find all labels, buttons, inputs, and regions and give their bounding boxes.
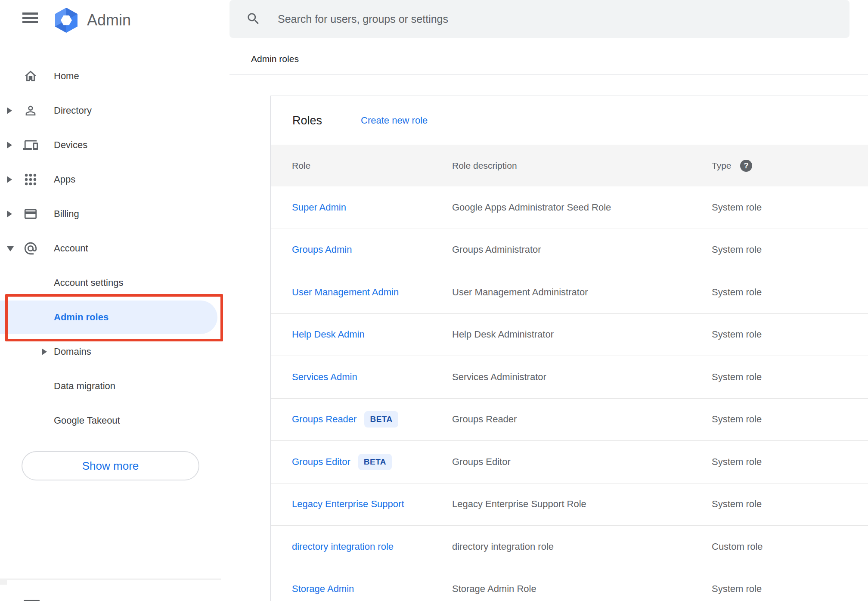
- role-type-cell: System role: [712, 583, 762, 595]
- role-link[interactable]: User Management Admin: [292, 287, 399, 298]
- chevron-right-icon[interactable]: [7, 176, 12, 183]
- role-row: Legacy Enterprise SupportLegacy Enterpri…: [271, 483, 868, 526]
- table-header: Role Role description Type ?: [271, 145, 868, 186]
- admin-logo-icon: [55, 8, 78, 33]
- sidebar-item-home[interactable]: Home: [0, 59, 228, 93]
- sidebar-nav: HomeDirectoryDevicesAppsBillingAccountAc…: [0, 59, 228, 438]
- role-row: Groups ReaderBETAGroups ReaderSystem rol…: [271, 399, 868, 441]
- role-link[interactable]: Super Admin: [292, 202, 346, 213]
- role-cell: Storage Admin: [292, 583, 354, 595]
- chevron-right-icon[interactable]: [42, 348, 47, 355]
- role-row: Storage AdminStorage Admin RoleSystem ro…: [271, 568, 868, 601]
- search-placeholder: Search for users, groups or settings: [278, 13, 448, 25]
- scrollbar-nub: [0, 580, 7, 585]
- role-row: Groups AdminGroups AdministratorSystem r…: [271, 229, 868, 272]
- home-icon: [23, 69, 38, 84]
- sidebar-item-label: Apps: [54, 174, 75, 185]
- column-header-role: Role: [292, 161, 310, 171]
- card-title: Roles: [292, 114, 322, 127]
- column-header-type: Type: [712, 161, 732, 171]
- sidebar-item-data-migration[interactable]: Data migration: [0, 369, 228, 403]
- role-row: Super AdminGoogle Apps Administrator See…: [271, 186, 868, 229]
- sidebar-item-admin-roles[interactable]: Admin roles: [0, 300, 228, 335]
- chevron-down-icon[interactable]: [7, 246, 14, 251]
- role-link[interactable]: Groups Editor: [292, 456, 350, 468]
- role-type-cell: System role: [712, 244, 762, 255]
- role-row: Groups EditorBETAGroups EditorSystem rol…: [271, 441, 868, 483]
- active-item-highlight: [0, 300, 217, 334]
- card-header: Roles Create new role: [271, 96, 868, 145]
- sidebar-item-domains[interactable]: Domains: [0, 335, 228, 369]
- beta-badge: BETA: [358, 454, 392, 470]
- beta-badge: BETA: [364, 411, 398, 428]
- help-icon[interactable]: ?: [740, 160, 752, 172]
- sidebar-item-google-takeout[interactable]: Google Takeout: [0, 403, 228, 438]
- role-link[interactable]: Help Desk Admin: [292, 329, 365, 340]
- role-description-cell: Services Administrator: [452, 372, 546, 383]
- role-cell: Groups ReaderBETA: [292, 411, 398, 428]
- brand-row: Admin: [0, 0, 228, 41]
- role-cell: Help Desk Admin: [292, 329, 365, 340]
- chevron-right-icon[interactable]: [7, 211, 12, 217]
- search-icon: [246, 11, 261, 26]
- sidebar-item-label: Account: [54, 243, 88, 254]
- sidebar-item-account[interactable]: Account: [0, 231, 228, 266]
- chevron-right-icon[interactable]: [7, 107, 12, 114]
- sidebar-item-label: Data migration: [54, 381, 115, 392]
- person-icon: [23, 103, 38, 118]
- role-cell: Groups EditorBETA: [292, 454, 392, 470]
- role-type-cell: System role: [712, 499, 762, 510]
- role-description-cell: Google Apps Administrator Seed Role: [452, 202, 611, 213]
- role-cell: User Management Admin: [292, 287, 399, 298]
- breadcrumb: Admin roles: [251, 54, 299, 64]
- devices-icon: [23, 138, 38, 152]
- sidebar-item-label: Directory: [54, 105, 92, 116]
- sidebar-item-label: Account settings: [54, 277, 123, 288]
- role-link[interactable]: Groups Reader: [292, 414, 356, 425]
- role-cell: Super Admin: [292, 202, 346, 213]
- role-type-cell: System role: [712, 456, 762, 468]
- menu-icon[interactable]: [22, 12, 38, 24]
- breadcrumb-divider: [229, 74, 868, 74]
- at-sign-icon: [23, 241, 38, 256]
- sidebar-item-directory[interactable]: Directory: [0, 93, 228, 128]
- role-link[interactable]: directory integration role: [292, 541, 394, 552]
- role-link[interactable]: Legacy Enterprise Support: [292, 499, 404, 510]
- app-title: Admin: [87, 11, 131, 29]
- credit-card-icon: [23, 207, 38, 221]
- role-description-cell: Groups Administrator: [452, 244, 541, 255]
- role-description-cell: directory integration role: [452, 541, 554, 552]
- role-description-cell: Help Desk Administrator: [452, 329, 554, 340]
- search-bar[interactable]: Search for users, groups or settings: [229, 0, 849, 38]
- apps-icon: [23, 172, 38, 187]
- roles-table-body: Super AdminGoogle Apps Administrator See…: [271, 186, 868, 601]
- sidebar-item-apps[interactable]: Apps: [0, 162, 228, 197]
- sidebar-item-devices[interactable]: Devices: [0, 128, 228, 162]
- role-link[interactable]: Storage Admin: [292, 583, 354, 595]
- role-description-cell: Storage Admin Role: [452, 583, 536, 595]
- role-cell: Legacy Enterprise Support: [292, 499, 404, 510]
- sidebar-item-label: Devices: [54, 139, 87, 151]
- role-row: directory integration roledirectory inte…: [271, 526, 868, 568]
- role-type-cell: Custom role: [712, 541, 763, 552]
- role-description-cell: Legacy Enterprise Support Role: [452, 499, 586, 510]
- role-type-cell: System role: [712, 414, 762, 425]
- role-description-cell: Groups Reader: [452, 414, 517, 425]
- sidebar-item-billing[interactable]: Billing: [0, 197, 228, 231]
- chevron-right-icon[interactable]: [7, 142, 12, 149]
- role-type-cell: System role: [712, 329, 762, 340]
- role-cell: directory integration role: [292, 541, 394, 552]
- column-header-role-description: Role description: [452, 161, 517, 171]
- sidebar-item-account-settings[interactable]: Account settings: [0, 266, 228, 300]
- role-link[interactable]: Groups Admin: [292, 244, 352, 255]
- sidebar-divider: [0, 579, 221, 579]
- sidebar-item-label: Domains: [54, 346, 91, 357]
- role-row: User Management AdminUser Management Adm…: [271, 271, 868, 314]
- show-more-button[interactable]: Show more: [22, 451, 199, 480]
- role-link[interactable]: Services Admin: [292, 372, 357, 383]
- create-new-role-link[interactable]: Create new role: [361, 115, 428, 126]
- role-cell: Services Admin: [292, 372, 357, 383]
- roles-card: Roles Create new role Role Role descript…: [270, 96, 868, 601]
- sidebar-item-label: Google Takeout: [54, 415, 120, 426]
- role-type-cell: System role: [712, 202, 762, 213]
